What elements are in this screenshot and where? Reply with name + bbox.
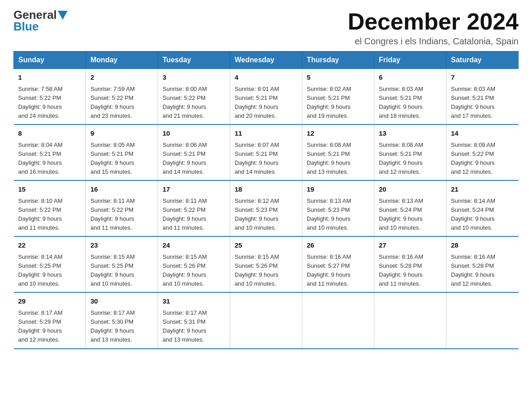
day-cell: 20Sunrise: 8:13 AMSunset: 5:24 PMDayligh… bbox=[374, 180, 446, 236]
day-info: Sunrise: 8:14 AMSunset: 5:24 PMDaylight:… bbox=[451, 197, 514, 233]
day-cell: 11Sunrise: 8:07 AMSunset: 5:21 PMDayligh… bbox=[230, 124, 302, 180]
day-info: Sunrise: 8:03 AMSunset: 5:21 PMDaylight:… bbox=[451, 85, 514, 121]
calendar-body: 1Sunrise: 7:58 AMSunset: 5:22 PMDaylight… bbox=[14, 69, 519, 349]
day-cell bbox=[446, 292, 519, 348]
day-number: 23 bbox=[90, 240, 153, 251]
day-cell: 8Sunrise: 8:04 AMSunset: 5:21 PMDaylight… bbox=[14, 124, 86, 180]
calendar-header: SundayMondayTuesdayWednesdayThursdayFrid… bbox=[14, 51, 519, 69]
day-info: Sunrise: 8:13 AMSunset: 5:24 PMDaylight:… bbox=[379, 197, 442, 233]
day-cell: 31Sunrise: 8:17 AMSunset: 5:31 PMDayligh… bbox=[158, 292, 230, 348]
title-area: December 2024 el Congres i els Indians, … bbox=[348, 9, 519, 47]
day-cell: 21Sunrise: 8:14 AMSunset: 5:24 PMDayligh… bbox=[446, 180, 519, 236]
day-cell: 30Sunrise: 8:17 AMSunset: 5:30 PMDayligh… bbox=[86, 292, 158, 348]
day-info: Sunrise: 8:06 AMSunset: 5:21 PMDaylight:… bbox=[163, 141, 225, 177]
day-info: Sunrise: 8:09 AMSunset: 5:22 PMDaylight:… bbox=[451, 141, 514, 177]
day-info: Sunrise: 8:15 AMSunset: 5:26 PMDaylight:… bbox=[163, 253, 225, 289]
day-info: Sunrise: 7:58 AMSunset: 5:22 PMDaylight:… bbox=[18, 85, 82, 121]
day-info: Sunrise: 8:16 AMSunset: 5:28 PMDaylight:… bbox=[379, 253, 442, 289]
day-number: 6 bbox=[379, 73, 442, 83]
week-row-2: 8Sunrise: 8:04 AMSunset: 5:21 PMDaylight… bbox=[14, 124, 519, 180]
day-number: 31 bbox=[163, 296, 225, 307]
day-number: 22 bbox=[18, 240, 82, 251]
day-number: 21 bbox=[451, 184, 514, 195]
day-info: Sunrise: 8:17 AMSunset: 5:31 PMDaylight:… bbox=[163, 308, 225, 345]
day-info: Sunrise: 8:08 AMSunset: 5:21 PMDaylight:… bbox=[307, 141, 369, 177]
day-number: 25 bbox=[235, 240, 297, 251]
day-info: Sunrise: 8:15 AMSunset: 5:25 PMDaylight:… bbox=[90, 253, 153, 289]
day-number: 17 bbox=[163, 184, 225, 195]
header-cell-monday: Monday bbox=[86, 51, 158, 69]
day-cell: 12Sunrise: 8:08 AMSunset: 5:21 PMDayligh… bbox=[302, 124, 374, 180]
day-number: 28 bbox=[451, 240, 514, 251]
day-info: Sunrise: 8:01 AMSunset: 5:21 PMDaylight:… bbox=[235, 85, 297, 121]
week-row-1: 1Sunrise: 7:58 AMSunset: 5:22 PMDaylight… bbox=[14, 69, 519, 125]
day-info: Sunrise: 8:17 AMSunset: 5:29 PMDaylight:… bbox=[18, 308, 82, 345]
day-number: 29 bbox=[18, 296, 82, 307]
day-cell: 13Sunrise: 8:08 AMSunset: 5:21 PMDayligh… bbox=[374, 124, 446, 180]
day-info: Sunrise: 8:13 AMSunset: 5:23 PMDaylight:… bbox=[307, 197, 369, 233]
day-cell: 27Sunrise: 8:16 AMSunset: 5:28 PMDayligh… bbox=[374, 236, 446, 292]
day-cell: 23Sunrise: 8:15 AMSunset: 5:25 PMDayligh… bbox=[86, 236, 158, 292]
day-cell: 4Sunrise: 8:01 AMSunset: 5:21 PMDaylight… bbox=[230, 69, 302, 125]
header-cell-saturday: Saturday bbox=[446, 51, 519, 69]
day-info: Sunrise: 8:14 AMSunset: 5:25 PMDaylight:… bbox=[18, 253, 82, 289]
day-number: 7 bbox=[451, 73, 514, 83]
day-number: 13 bbox=[379, 128, 442, 139]
day-cell bbox=[302, 292, 374, 348]
day-cell bbox=[230, 292, 302, 348]
day-number: 12 bbox=[307, 128, 369, 139]
day-cell: 17Sunrise: 8:11 AMSunset: 5:22 PMDayligh… bbox=[158, 180, 230, 236]
day-cell: 16Sunrise: 8:11 AMSunset: 5:22 PMDayligh… bbox=[86, 180, 158, 236]
day-number: 20 bbox=[379, 184, 442, 195]
header-row: SundayMondayTuesdayWednesdayThursdayFrid… bbox=[14, 51, 519, 69]
day-info: Sunrise: 8:07 AMSunset: 5:21 PMDaylight:… bbox=[235, 141, 297, 177]
day-number: 8 bbox=[18, 128, 82, 139]
day-info: Sunrise: 8:17 AMSunset: 5:30 PMDaylight:… bbox=[90, 308, 153, 345]
day-cell: 29Sunrise: 8:17 AMSunset: 5:29 PMDayligh… bbox=[14, 292, 86, 348]
day-info: Sunrise: 8:10 AMSunset: 5:22 PMDaylight:… bbox=[18, 197, 82, 233]
day-number: 16 bbox=[90, 184, 153, 195]
day-number: 24 bbox=[163, 240, 225, 251]
day-cell: 18Sunrise: 8:12 AMSunset: 5:23 PMDayligh… bbox=[230, 180, 302, 236]
day-cell: 3Sunrise: 8:00 AMSunset: 5:22 PMDaylight… bbox=[158, 69, 230, 125]
day-cell: 7Sunrise: 8:03 AMSunset: 5:21 PMDaylight… bbox=[446, 69, 519, 125]
svg-marker-0 bbox=[58, 11, 68, 20]
day-number: 19 bbox=[307, 184, 369, 195]
day-cell: 5Sunrise: 8:02 AMSunset: 5:21 PMDaylight… bbox=[302, 69, 374, 125]
calendar-table: SundayMondayTuesdayWednesdayThursdayFrid… bbox=[13, 51, 519, 349]
day-cell: 2Sunrise: 7:59 AMSunset: 5:22 PMDaylight… bbox=[86, 69, 158, 125]
header-cell-tuesday: Tuesday bbox=[158, 51, 230, 69]
day-cell: 10Sunrise: 8:06 AMSunset: 5:21 PMDayligh… bbox=[158, 124, 230, 180]
day-number: 30 bbox=[90, 296, 153, 307]
day-info: Sunrise: 8:02 AMSunset: 5:21 PMDaylight:… bbox=[307, 85, 369, 121]
day-number: 11 bbox=[235, 128, 297, 139]
day-info: Sunrise: 8:08 AMSunset: 5:21 PMDaylight:… bbox=[379, 141, 442, 177]
day-number: 15 bbox=[18, 184, 82, 195]
header-cell-sunday: Sunday bbox=[14, 51, 86, 69]
day-info: Sunrise: 8:00 AMSunset: 5:22 PMDaylight:… bbox=[163, 85, 225, 121]
logo-triangle-icon bbox=[58, 11, 68, 20]
logo-blue-text: Blue bbox=[13, 21, 39, 32]
day-number: 3 bbox=[163, 73, 225, 83]
logo: General Blue bbox=[13, 9, 68, 32]
day-cell: 15Sunrise: 8:10 AMSunset: 5:22 PMDayligh… bbox=[14, 180, 86, 236]
week-row-3: 15Sunrise: 8:10 AMSunset: 5:22 PMDayligh… bbox=[14, 180, 519, 236]
day-info: Sunrise: 8:12 AMSunset: 5:23 PMDaylight:… bbox=[235, 197, 297, 233]
day-cell: 9Sunrise: 8:05 AMSunset: 5:21 PMDaylight… bbox=[86, 124, 158, 180]
day-number: 5 bbox=[307, 73, 369, 83]
header-cell-thursday: Thursday bbox=[302, 51, 374, 69]
day-info: Sunrise: 8:05 AMSunset: 5:21 PMDaylight:… bbox=[90, 141, 153, 177]
day-info: Sunrise: 8:11 AMSunset: 5:22 PMDaylight:… bbox=[90, 197, 153, 233]
day-info: Sunrise: 8:16 AMSunset: 5:28 PMDaylight:… bbox=[451, 253, 514, 289]
logo-general-text: General bbox=[13, 9, 57, 21]
day-number: 27 bbox=[379, 240, 442, 251]
day-cell bbox=[374, 292, 446, 348]
header-cell-wednesday: Wednesday bbox=[230, 51, 302, 69]
day-number: 26 bbox=[307, 240, 369, 251]
day-info: Sunrise: 8:04 AMSunset: 5:21 PMDaylight:… bbox=[18, 141, 82, 177]
page-header: General Blue December 2024 el Congres i … bbox=[13, 9, 519, 47]
day-number: 4 bbox=[235, 73, 297, 83]
day-info: Sunrise: 8:11 AMSunset: 5:22 PMDaylight:… bbox=[163, 197, 225, 233]
week-row-4: 22Sunrise: 8:14 AMSunset: 5:25 PMDayligh… bbox=[14, 236, 519, 292]
day-cell: 24Sunrise: 8:15 AMSunset: 5:26 PMDayligh… bbox=[158, 236, 230, 292]
